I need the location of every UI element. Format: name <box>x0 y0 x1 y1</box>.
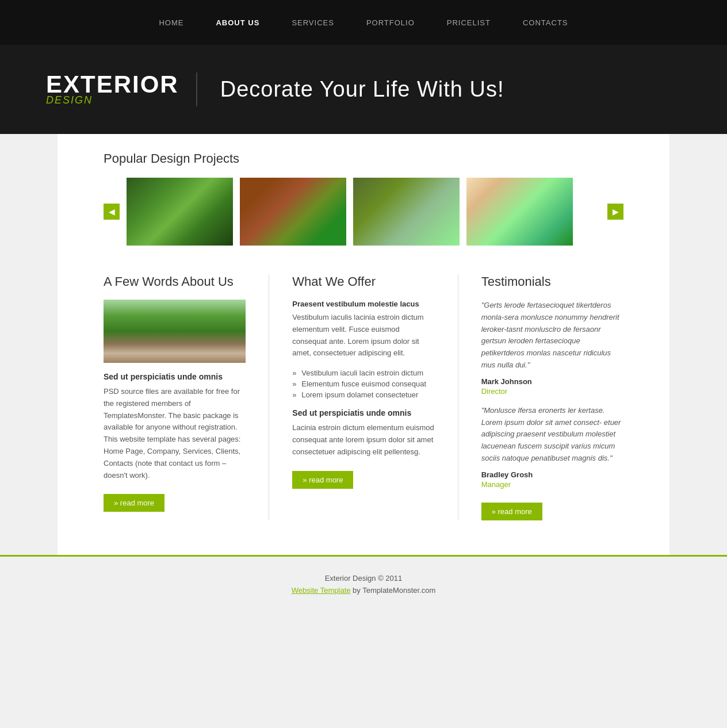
divider-1 <box>269 274 269 520</box>
offer-sub-text: Lacinia estroin dictum elementum euismod… <box>292 422 434 458</box>
about-column: A Few Words About Us Sed ut perspiciatis… <box>104 274 246 512</box>
gallery-items <box>127 178 600 246</box>
testimonial-2-quote: "Monlusce lfersa eronerts ler kertase. L… <box>481 405 623 465</box>
nav-pricelist[interactable]: PRICELIST <box>442 16 495 29</box>
nav-portfolio[interactable]: PORTFOLIO <box>362 16 419 29</box>
logo-sub: DESIGN <box>46 94 93 106</box>
banner: EXTERIOR DESIGN Decorate Your Life With … <box>0 45 727 134</box>
nav-home[interactable]: HOME <box>154 16 188 29</box>
testimonial-2-name: Bradley Grosh <box>481 470 623 479</box>
offer-subtitle: Sed ut perspiciatis unde omnis <box>292 408 434 417</box>
offer-list-item-2: Elementum fusce euismod consequat <box>292 378 434 389</box>
divider-2 <box>458 274 458 520</box>
footer: Exterior Design © 2011 Website Template … <box>0 555 727 612</box>
about-image <box>104 300 246 363</box>
brand-logo: EXTERIOR DESIGN <box>46 72 197 106</box>
main-content: Popular Design Projects ◀ ▶ A Few Words … <box>58 134 669 555</box>
gallery-item-4[interactable] <box>466 178 573 246</box>
gallery-item-1[interactable] <box>127 178 233 246</box>
gallery-next-button[interactable]: ▶ <box>607 204 623 220</box>
gallery-prev-button[interactable]: ◀ <box>104 204 120 220</box>
footer-template-credit: Website Template by TemplateMonster.com <box>12 586 715 595</box>
projects-title: Popular Design Projects <box>104 151 623 166</box>
about-title: A Few Words About Us <box>104 274 246 289</box>
logo-main: EXTERIOR <box>46 72 179 97</box>
testimonial-1-quote: "Gerts lerode fertasecioquet tikertderos… <box>481 300 623 371</box>
testimonials-column: Testimonials "Gerts lerode fertasecioque… <box>481 274 623 520</box>
nav-services[interactable]: SERVICES <box>287 16 339 29</box>
footer-copyright: Exterior Design © 2011 <box>12 574 715 583</box>
testimonials-read-more-button[interactable]: » read more <box>481 503 542 520</box>
offer-list-item-1: Vestibulum iaculi lacin estroin dictum <box>292 367 434 378</box>
offer-title: What We Offer <box>292 274 434 289</box>
offer-read-more-button[interactable]: » read more <box>292 471 353 489</box>
nav-about[interactable]: ABOUT US <box>211 16 264 29</box>
offer-list-item-3: Lorem ipsum dolamet consectetuer <box>292 389 434 400</box>
about-text: PSD source files are available for free … <box>104 386 246 481</box>
offer-column: What We Offer Praesent vestibulum molest… <box>292 274 434 489</box>
offer-list: Vestibulum iaculi lacin estroin dictum E… <box>292 367 434 400</box>
footer-credit-suffix: by TemplateMonster.com <box>350 586 435 595</box>
about-read-more-button[interactable]: » read more <box>104 494 164 512</box>
testimonial-2-role: Manager <box>481 480 623 489</box>
gallery-wrapper: ◀ ▶ <box>104 178 623 246</box>
offer-intro-text: Vestibulum iaculis lacinia estroin dictu… <box>292 312 434 359</box>
about-subtitle: Sed ut perspiciatis unde omnis <box>104 372 246 381</box>
main-nav: HOME ABOUT US SERVICES PORTFOLIO PRICELI… <box>0 0 727 45</box>
testimonial-1-name: Mark Johnson <box>481 377 623 386</box>
footer-template-link[interactable]: Website Template <box>292 586 351 595</box>
gallery-item-2[interactable] <box>240 178 346 246</box>
testimonial-1-role: Director <box>481 387 623 396</box>
three-columns: A Few Words About Us Sed ut perspiciatis… <box>104 274 623 520</box>
banner-tagline: Decorate Your Life With Us! <box>220 77 504 102</box>
gallery-item-3[interactable] <box>353 178 460 246</box>
nav-contacts[interactable]: CONTACTS <box>518 16 573 29</box>
offer-intro-bold: Praesent vestibulum molestie lacus <box>292 300 434 308</box>
testimonials-title: Testimonials <box>481 274 623 289</box>
